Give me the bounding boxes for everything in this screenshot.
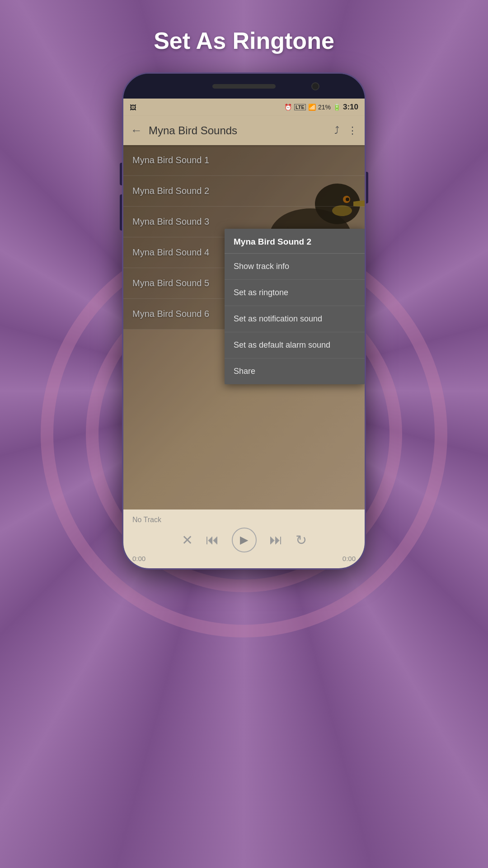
time-end: 0:00: [343, 555, 356, 562]
context-menu-set-ringtone[interactable]: Set as ringtone: [225, 280, 365, 306]
context-overlay[interactable]: Myna Bird Sound 2 Show track info Set as…: [123, 145, 365, 509]
speaker-grille: [212, 84, 276, 89]
context-menu: Myna Bird Sound 2 Show track info Set as…: [225, 229, 365, 384]
status-right: ⏰ LTE 📶 21% 🔋 3:10: [284, 103, 358, 112]
next-button[interactable]: ⏭: [269, 532, 283, 547]
bottom-player: No Track ✕ ⏮ ▶ ⏭ ↻ 0:00 0:00: [123, 509, 365, 568]
battery-icon: 🔋: [333, 104, 341, 111]
repeat-button[interactable]: ↻: [296, 532, 307, 548]
shuffle-button[interactable]: ✕: [182, 532, 193, 548]
time-display: 3:10: [343, 103, 358, 112]
time-start: 0:00: [132, 555, 145, 562]
previous-button[interactable]: ⏮: [206, 532, 219, 547]
back-button[interactable]: ←: [131, 123, 142, 137]
phone-frame: 🖼 ⏰ LTE 📶 21% 🔋 3:10 ← Myna Bird Sounds …: [122, 72, 366, 570]
content-area: Myna Bird Sound 1 Myna Bird Sound 2 Myna…: [123, 145, 365, 509]
more-options-icon[interactable]: ⋮: [347, 125, 357, 137]
player-controls: ✕ ⏮ ▶ ⏭ ↻: [132, 528, 356, 552]
signal-icon: 📶: [308, 104, 316, 111]
front-camera: [311, 82, 319, 90]
context-menu-set-alarm[interactable]: Set as default alarm sound: [225, 332, 365, 359]
status-bar: 🖼 ⏰ LTE 📶 21% 🔋 3:10: [123, 99, 365, 116]
context-menu-share[interactable]: Share: [225, 359, 365, 384]
lte-badge: LTE: [294, 104, 306, 110]
phone-top-bar: [123, 74, 365, 99]
no-track-label: No Track: [132, 516, 161, 524]
context-menu-show-track-info[interactable]: Show track info: [225, 254, 365, 280]
app-bar-title: Myna Bird Sounds: [149, 124, 334, 137]
time-row: 0:00 0:00: [132, 555, 356, 562]
page-title: Set As Ringtone: [154, 27, 334, 54]
status-photo-icon: 🖼: [130, 104, 136, 111]
play-button[interactable]: ▶: [232, 528, 257, 552]
context-menu-title: Myna Bird Sound 2: [225, 229, 365, 254]
battery-percent: 21%: [318, 104, 331, 111]
app-bar-icons: ⤴ ⋮: [334, 125, 357, 137]
app-bar: ← Myna Bird Sounds ⤴ ⋮: [123, 116, 365, 145]
context-menu-set-notification[interactable]: Set as notification sound: [225, 306, 365, 332]
alarm-icon: ⏰: [284, 104, 292, 111]
share-icon[interactable]: ⤴: [334, 125, 339, 137]
status-left: 🖼: [130, 104, 136, 111]
phone-mockup: 🖼 ⏰ LTE 📶 21% 🔋 3:10 ← Myna Bird Sounds …: [122, 72, 366, 570]
